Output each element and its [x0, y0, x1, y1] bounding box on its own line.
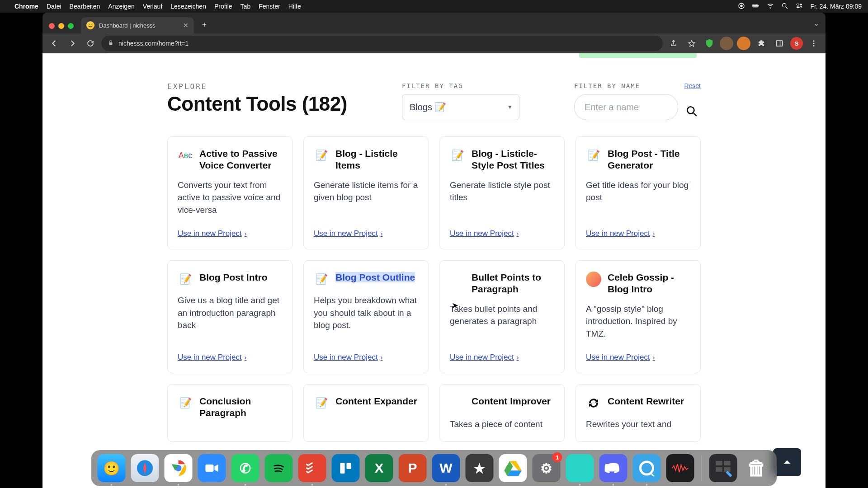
dock-settings[interactable]: ⚙1	[533, 454, 561, 482]
use-in-project-link[interactable]: Use in new Project ›	[178, 353, 282, 362]
dock-word[interactable]: W	[432, 454, 460, 482]
extension-shield-icon[interactable]	[703, 37, 716, 50]
page-viewport: EXPLORE Content Tools (182) FILTER BY TA…	[42, 53, 826, 488]
search-button[interactable]	[683, 102, 701, 120]
use-in-project-link[interactable]: Use in new Project ›	[586, 229, 690, 238]
svg-rect-34	[716, 461, 722, 465]
menu-verlauf[interactable]: Verlauf	[143, 3, 163, 10]
close-window-button[interactable]	[49, 23, 55, 29]
fullscreen-window-button[interactable]	[68, 23, 74, 29]
dock-excel[interactable]: X	[365, 454, 393, 482]
dock-finder[interactable]: 🙂	[98, 454, 126, 482]
dock-safari[interactable]	[131, 454, 159, 482]
scroll-top-button[interactable]	[773, 448, 801, 476]
tool-card[interactable]: 📝 Conclusion Paragraph	[167, 384, 292, 442]
menu-tab[interactable]: Tab	[241, 3, 251, 10]
extensions-button[interactable]	[754, 36, 769, 51]
extension-icon-2[interactable]	[737, 37, 750, 50]
tool-card[interactable]: 📝 Blog Post Intro Give us a blog title a…	[167, 260, 292, 373]
browser-tab[interactable]: 😀 Dashboard | nichesss ✕	[81, 17, 194, 33]
dock-separator	[702, 455, 702, 481]
menubar-clock[interactable]: Fr. 24. März 09:09	[810, 3, 862, 10]
svg-point-32	[641, 462, 653, 474]
dock-powerpoint[interactable]: P	[399, 454, 427, 482]
dock-zoom[interactable]	[198, 454, 226, 482]
dock-trello[interactable]	[332, 454, 360, 482]
wifi-icon[interactable]	[767, 2, 774, 11]
svg-rect-12	[109, 42, 113, 45]
dock-quicktime[interactable]	[633, 454, 661, 482]
reload-button[interactable]	[83, 36, 98, 51]
dock-chrome[interactable]	[165, 454, 193, 482]
svg-point-18	[687, 107, 694, 113]
new-tab-button[interactable]: +	[198, 18, 211, 32]
dock-imovie[interactable]: ★	[466, 454, 494, 482]
share-button[interactable]	[666, 36, 681, 51]
use-in-project-link[interactable]: Use in new Project ›	[314, 229, 418, 238]
tabs-dropdown-icon[interactable]: ⌄	[813, 19, 819, 28]
use-in-project-link[interactable]: Use in new Project ›	[450, 229, 554, 238]
forward-button[interactable]	[65, 36, 80, 51]
tool-card[interactable]: Content Rewriter Rewrites your text and	[576, 384, 701, 442]
url-text: nichesss.com/home?ft=1	[118, 40, 189, 47]
dock-discord[interactable]	[599, 454, 627, 482]
menu-bearbeiten[interactable]: Bearbeiten	[70, 3, 100, 10]
use-in-project-link[interactable]: Use in new Project ›	[178, 229, 282, 238]
svg-rect-36	[716, 467, 722, 472]
tool-card[interactable]: 📝 Content Expander	[303, 384, 429, 442]
menu-profile[interactable]: Profile	[214, 3, 232, 10]
dock-spotify[interactable]	[265, 454, 293, 482]
menu-datei[interactable]: Datei	[47, 3, 61, 10]
tool-card[interactable]: 📝 Blog Post Outline Helps you breakdown …	[303, 260, 429, 373]
tool-card[interactable]: Bullet Points to Paragraph Takes bullet …	[439, 260, 565, 373]
menubar-app-name[interactable]: Chrome	[14, 3, 38, 10]
dock-trash[interactable]: 🗑	[743, 454, 771, 482]
filter-tag-label: FILTER BY TAG	[402, 82, 519, 89]
address-bar[interactable]: nichesss.com/home?ft=1	[101, 36, 663, 51]
tool-icon: 📝	[314, 272, 329, 287]
tool-card[interactable]: 📝 Blog - Listicle-Style Post Titles Gene…	[439, 136, 565, 249]
dock-mission-control[interactable]	[709, 454, 737, 482]
chevron-right-icon: ›	[381, 230, 383, 237]
dock-app-teal[interactable]	[566, 454, 594, 482]
bookmark-button[interactable]	[684, 36, 699, 51]
dock-drive[interactable]	[499, 454, 527, 482]
menu-fenster[interactable]: Fenster	[259, 3, 280, 10]
chevron-right-icon: ›	[517, 230, 519, 237]
dock-voice-memos[interactable]	[666, 454, 694, 482]
control-center-icon[interactable]	[796, 2, 803, 11]
dock-todoist[interactable]	[298, 454, 326, 482]
use-in-project-link[interactable]: Use in new Project ›	[314, 353, 418, 362]
search-input[interactable]	[574, 94, 678, 120]
use-in-project-link[interactable]: Use in new Project ›	[450, 353, 554, 362]
chrome-menu-button[interactable]	[807, 36, 821, 51]
tool-card[interactable]: Celeb Gossip - Blog Intro A "gossip styl…	[576, 260, 701, 373]
minimize-window-button[interactable]	[58, 23, 64, 29]
menu-hilfe[interactable]: Hilfe	[288, 3, 301, 10]
tool-icon: 📝	[178, 272, 193, 287]
tab-favicon-icon: 😀	[86, 21, 94, 29]
tool-card[interactable]: Aвc Active to Passive Voice Converter Co…	[167, 136, 292, 249]
tool-card[interactable]: 📝 Blog - Listicle Items Generate listicl…	[303, 136, 429, 249]
reset-link[interactable]: Reset	[684, 82, 701, 89]
macos-menubar: Chrome Datei Bearbeiten Anzeigen Verlauf…	[0, 0, 868, 13]
tool-card[interactable]: Content Improver Takes a piece of conten…	[439, 384, 565, 442]
extension-icon-1[interactable]	[720, 37, 733, 50]
profile-avatar[interactable]: S	[790, 37, 803, 50]
menu-lesezeichen[interactable]: Lesezeichen	[170, 3, 206, 10]
sidepanel-button[interactable]	[772, 36, 787, 51]
tab-close-icon[interactable]: ✕	[183, 22, 189, 29]
tool-title: Blog Post - Title Generator	[608, 148, 690, 172]
record-icon[interactable]	[738, 2, 745, 11]
dock-whatsapp[interactable]: ✆	[231, 454, 259, 482]
spotlight-icon[interactable]	[781, 2, 788, 11]
svg-marker-25	[215, 465, 218, 472]
tool-description: Give us a blog title and get an introduc…	[178, 294, 282, 345]
menu-anzeigen[interactable]: Anzeigen	[108, 3, 134, 10]
filter-tag-select[interactable]: Blogs 📝 ▼	[402, 94, 519, 120]
back-button[interactable]	[47, 36, 61, 51]
use-in-project-link[interactable]: Use in new Project ›	[586, 353, 690, 362]
battery-icon[interactable]	[752, 2, 760, 11]
svg-rect-28	[347, 463, 351, 469]
tool-card[interactable]: 📝 Blog Post - Title Generator Get title …	[576, 136, 701, 249]
